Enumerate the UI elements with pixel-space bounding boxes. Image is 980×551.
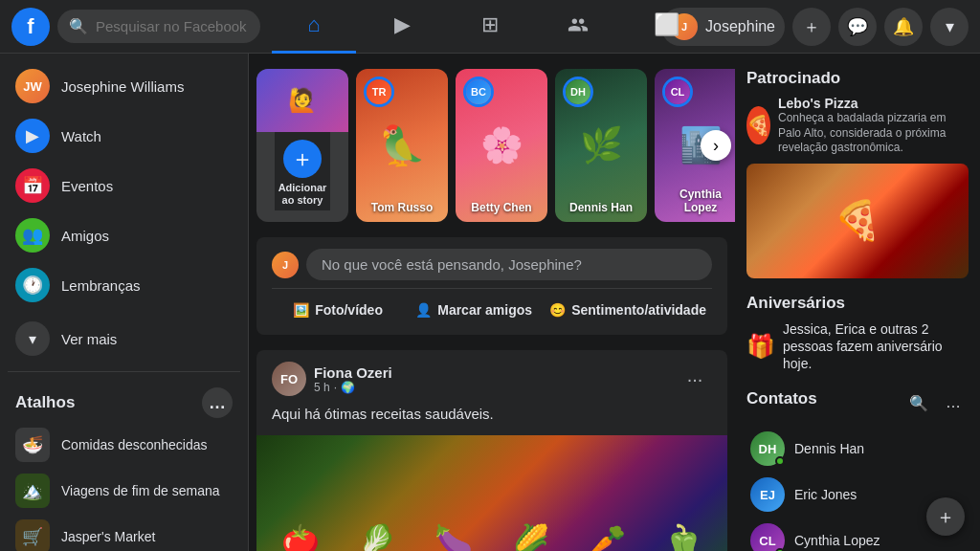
sidebar-item-amigos[interactable]: 👥 Amigos (8, 210, 240, 260)
post-image: 🍅 🥬 🍆 🌽 🥕 🫑 (256, 435, 727, 551)
feeling-label: Sentimento/atividade (571, 302, 706, 318)
shortcut-label-viagens: Viagens de fim de semana (61, 483, 220, 498)
sidebar: JW Josephine Williams ▶ Watch 📅 Eventos … (0, 54, 249, 551)
facebook-logo[interactable]: f (11, 8, 50, 46)
float-action-button[interactable]: ＋ (926, 497, 965, 536)
story-name-dennis: Dennis Han (555, 201, 647, 214)
eventos-label: Eventos (61, 178, 113, 194)
post-author-avatar: FO (272, 362, 306, 396)
lembrancas-icon: 🕐 (15, 268, 50, 302)
public-icon: 🌍 (341, 381, 355, 394)
shortcut-jasper[interactable]: 🛒 Jasper's Market (8, 514, 240, 551)
stories-row: 🙋 ＋ Adicionarao story 🦜 TR Tom Russo (256, 69, 727, 222)
messenger-button[interactable]: 💬 (838, 8, 877, 46)
nav-tab-video[interactable]: ▶ (360, 0, 444, 54)
contact-dennis[interactable]: DH Dennis Han (746, 426, 969, 472)
sidebar-item-eventos[interactable]: 📅 Eventos (8, 161, 240, 210)
story-tom[interactable]: 🦜 TR Tom Russo (356, 69, 448, 222)
chevron-down-icon: ▾ (15, 321, 50, 356)
contact-name-eric: Eric Jones (794, 487, 857, 502)
sidebar-divider (8, 371, 240, 372)
feeling-icon: 😊 (549, 302, 566, 318)
story-name-tom: Tom Russo (356, 201, 448, 214)
sponsored-logo: 🍕 (746, 106, 770, 144)
post-actions: 🖼️ Foto/vídeo 👤 Marcar amigos 😊 Sentimen… (272, 288, 712, 323)
sponsored-image[interactable]: 🍕 (746, 164, 969, 278)
post-input[interactable]: No que você está pensando, Josephine? (306, 249, 712, 280)
watch-label: Watch (61, 128, 101, 144)
add-story-plus-icon: ＋ (283, 140, 322, 178)
search-input[interactable] (96, 18, 249, 34)
shortcut-comidas[interactable]: 🍜 Comidas desconhecidas (8, 422, 240, 468)
add-story-card[interactable]: 🙋 ＋ Adicionarao story (256, 69, 348, 222)
story-avatar-dennis: DH (563, 77, 593, 107)
photo-video-button[interactable]: 🖼️ Foto/vídeo (272, 297, 404, 323)
shortcut-thumb-viagens: 🏔️ (15, 474, 50, 508)
photo-icon: 🖼️ (293, 302, 309, 318)
sponsored-text: Lebo's Pizza Conheça a badalada pizzaria… (778, 96, 969, 156)
post-meta: 5 h · 🌍 (314, 381, 670, 394)
see-more-label-1: Ver mais (61, 331, 117, 347)
birthday-section: Aniversários 🎁 Jessica, Erica e outras 2… (746, 294, 969, 373)
shortcut-thumb-jasper: 🛒 (15, 519, 50, 551)
tag-label: Marcar amigos (437, 302, 532, 318)
story-avatar-tom: TR (364, 77, 394, 107)
lembrancas-label: Lembranças (61, 277, 141, 294)
user-name-label: Josephine (705, 18, 775, 35)
amigos-icon: 👥 (15, 218, 50, 253)
story-betty[interactable]: 🌸 BC Betty Chen (456, 69, 547, 222)
nav-tab-groups[interactable] (536, 0, 620, 54)
profile-icon: JW (15, 69, 50, 103)
birthday-title: Aniversários (746, 294, 969, 313)
post-more-button[interactable]: ··· (678, 362, 712, 396)
feeling-button[interactable]: 😊 Sentimento/atividade (544, 297, 712, 323)
contact-name-dennis: Dennis Han (794, 441, 864, 456)
post-author-name[interactable]: Fiona Ozeri (314, 364, 670, 381)
contacts-actions: 🔍 … (903, 387, 969, 418)
shortcuts-more-button[interactable]: … (202, 387, 233, 418)
header-nav: ⌂ ▶ ⊞ ⬜ (272, 0, 708, 54)
add-button[interactable]: ＋ (792, 8, 831, 46)
search-contacts-button[interactable]: 🔍 (903, 387, 934, 418)
post-box: J No que você está pensando, Josephine? … (256, 237, 727, 335)
stories-next-button[interactable]: › (701, 130, 731, 161)
photo-label: Foto/vídeo (315, 302, 383, 318)
amigos-label: Amigos (61, 228, 109, 244)
see-more-button-1[interactable]: ▾ Ver mais (8, 314, 240, 364)
notifications-button[interactable]: 🔔 (884, 8, 923, 46)
post-user-avatar: J (272, 252, 299, 278)
nav-tab-home[interactable]: ⌂ (272, 0, 356, 54)
dot-separator: · (334, 381, 337, 394)
nav-tab-gaming[interactable]: ⬜ (624, 0, 708, 54)
tag-friends-button[interactable]: 👤 Marcar amigos (408, 297, 540, 323)
pizza-image: 🍕 (746, 164, 969, 278)
shortcut-label-jasper: Jasper's Market (61, 529, 155, 544)
post-author-info: Fiona Ozeri 5 h · 🌍 (314, 364, 670, 394)
feed-post-fiona: FO Fiona Ozeri 5 h · 🌍 ··· Aqui há ótima… (256, 350, 727, 551)
right-panel: Patrocinado 🍕 Lebo's Pizza Conheça a bad… (735, 54, 980, 551)
birthday-icon: 🎁 (746, 333, 775, 360)
post-time: 5 h (314, 381, 330, 394)
tag-icon: 👤 (415, 302, 432, 318)
shortcut-label-comidas: Comidas desconhecidas (61, 437, 208, 452)
sponsored-section: Patrocinado 🍕 Lebo's Pizza Conheça a bad… (746, 69, 969, 278)
birthday-text: Jessica, Erica e outras 2 pessoas fazem … (783, 320, 969, 373)
post-text: Aqui há ótimas receitas saudáveis. (256, 404, 727, 435)
post-box-top: J No que você está pensando, Josephine? (272, 249, 712, 280)
header: f 🔍 ⌂ ▶ ⊞ ⬜ J Josephine ＋ 💬 🔔 ▾ (0, 0, 980, 54)
sponsored-name: Lebo's Pizza (778, 96, 969, 111)
watch-icon: ▶ (15, 119, 50, 153)
sidebar-item-profile[interactable]: JW Josephine Williams (8, 61, 240, 111)
shortcut-viagens[interactable]: 🏔️ Viagens de fim de semana (8, 468, 240, 514)
menu-button[interactable]: ▾ (930, 8, 969, 46)
search-box[interactable]: 🔍 (57, 10, 260, 43)
nav-tab-store[interactable]: ⊞ (448, 0, 532, 54)
post-header: FO Fiona Ozeri 5 h · 🌍 ··· (256, 350, 727, 404)
story-dennis[interactable]: 🌿 DH Dennis Han (555, 69, 647, 222)
sidebar-item-lembrancas[interactable]: 🕐 Lembranças (8, 260, 240, 310)
header-left: f 🔍 (11, 8, 260, 46)
sponsored-desc: Conheça a badalada pizzaria em Palo Alto… (778, 111, 969, 156)
sidebar-item-watch[interactable]: ▶ Watch (8, 111, 240, 161)
contacts-more-button[interactable]: … (938, 387, 969, 418)
story-avatar-cynthia: CL (662, 77, 693, 107)
